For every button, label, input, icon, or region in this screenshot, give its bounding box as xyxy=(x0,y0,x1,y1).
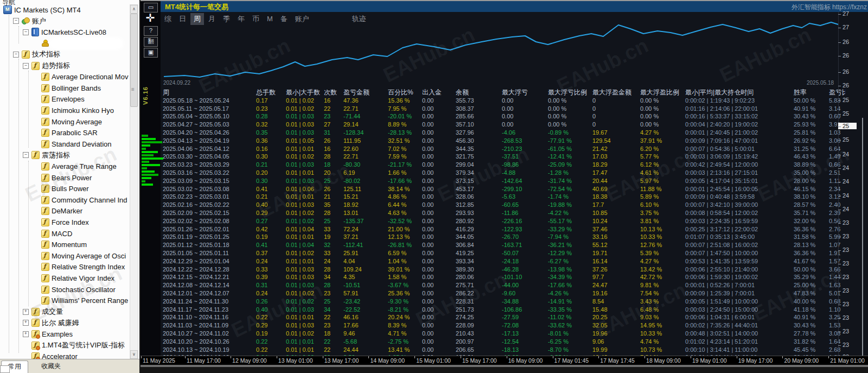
table-row[interactable]: 2024.12.01 ~ 2024.12.070.240.01 | 0.0223… xyxy=(163,289,863,298)
table-row[interactable]: 2024.10.20 ~ 2024.10.260.220.01 | 0.0122… xyxy=(163,338,863,346)
tree-item-ic-markets-sc-mt4[interactable]: IC Markets (SC) MT4 xyxy=(3,4,81,15)
table-row[interactable]: 2025.02.23 ~ 2025.03.010.210.01 | 0.0121… xyxy=(163,193,863,201)
expander-icon[interactable]: + xyxy=(23,331,29,337)
table-row[interactable]: 2025.05.11 ~ 2025.05.170.230.01 | 0.0222… xyxy=(163,105,863,113)
move-icon[interactable]: ✛ xyxy=(144,13,157,22)
table-row[interactable]: 2025.05.04 ~ 2025.05.100.280.01 | 0.0323… xyxy=(163,112,863,121)
table-row[interactable]: 2025.01.05 ~ 2025.01.110.370.01 | 0.0233… xyxy=(163,249,863,257)
tree-item-技术指标[interactable]: −技术指标 xyxy=(13,49,60,60)
tree-item-account-blurred[interactable] xyxy=(33,38,121,49)
table-cell: 4.71 % xyxy=(388,330,422,338)
tree-item-moving-average-of-osci[interactable]: Moving Average of Osci xyxy=(33,250,126,261)
table-cell: 2024.11.24 ~ 2024.11.30 xyxy=(163,298,256,306)
table-row[interactable]: 2024.12.08 ~ 2024.12.140.310.01 | 0.0328… xyxy=(163,281,863,289)
table-row[interactable]: 2025.04.20 ~ 2025.04.260.350.01 | 0.0331… xyxy=(163,129,863,137)
scroll-down-icon[interactable]: ∨ xyxy=(130,350,138,359)
tree-item-commodity-channel-ind[interactable]: Commodity Channel Ind xyxy=(33,194,127,205)
tree-item-趋势指标[interactable]: −趋势指标 xyxy=(23,60,70,71)
table-row[interactable]: 2024.12.15 ~ 2024.12.210.390.01 | 0.0334… xyxy=(163,273,863,281)
menu-item-账户[interactable]: 账户 xyxy=(292,13,312,25)
table-row[interactable]: 2025.02.16 ~ 2025.02.220.400.01 | 0.0335… xyxy=(163,201,863,209)
menu-item-年[interactable]: 年 xyxy=(234,13,248,25)
tree-item-momentum[interactable]: Momentum xyxy=(33,239,87,250)
window-icon[interactable]: ▭ xyxy=(144,3,158,12)
expander-icon[interactable]: + xyxy=(23,320,29,326)
tree-item-比尔-威廉姆[interactable]: +比尔 威廉姆 xyxy=(23,318,79,328)
table-row[interactable]: 2024.10.13 ~ 2024.10.190.220.01 | 0.0122… xyxy=(163,346,863,354)
table-row[interactable]: 2024.10.27 ~ 2024.11.020.190.01 | 0.0218… xyxy=(163,330,863,338)
price-axis[interactable]: 2727262626262525252524242424242323232323… xyxy=(838,1,868,373)
tree-item-成交量[interactable]: +成交量 xyxy=(23,306,63,317)
tree-item-relative-vigor-index[interactable]: Relative Vigor Index xyxy=(33,273,114,283)
tree-item-bulls-power[interactable]: Bulls Power xyxy=(33,184,89,194)
tree-item-icmarketssc-live08[interactable]: −ICMarketsSC-Live08 xyxy=(23,27,106,37)
tree-item-standard-deviation[interactable]: Standard Deviation xyxy=(33,138,112,149)
tree-item-label: Moving Average xyxy=(52,118,102,126)
tree-item-williams-percent-range[interactable]: Williams' Percent Range xyxy=(33,295,128,306)
table-row[interactable]: 2025.01.26 ~ 2025.02.010.420.01 | 0.0433… xyxy=(163,225,863,233)
tree-item-macd[interactable]: MACD xyxy=(33,228,72,239)
menu-item-备[interactable]: 备 xyxy=(277,13,291,25)
expander-icon[interactable]: − xyxy=(23,152,29,158)
navigator-scrollbar[interactable]: ∧ ≡ ∨ xyxy=(130,4,138,359)
menu-item-M[interactable]: M xyxy=(264,14,276,24)
chart-scrollbar[interactable] xyxy=(862,118,863,361)
menu-item-季[interactable]: 季 xyxy=(220,13,233,25)
table-row[interactable]: 2024.11.17 ~ 2024.11.230.400.01 | 0.0334… xyxy=(163,306,863,314)
tree-item-stochastic-oscillator[interactable]: Stochastic Oscillator xyxy=(33,284,116,295)
table-row[interactable]: 2025.04.13 ~ 2025.04.190.360.01 | 0.0526… xyxy=(163,137,863,145)
tree-item-demarker[interactable]: DeMarker xyxy=(33,206,82,217)
copy-icon[interactable]: ▣ xyxy=(144,48,158,58)
table-row[interactable]: 2024.12.22 ~ 2024.12.280.330.01 | 0.0328… xyxy=(163,265,863,274)
tree-item-force-index[interactable]: Force Index xyxy=(33,217,89,227)
table-row[interactable]: 2025.02.02 ~ 2025.02.080.270.01 | 0.0225… xyxy=(163,217,863,225)
table-row[interactable]: 2024.11.03 ~ 2024.11.090.290.01 | 0.0323… xyxy=(163,321,863,330)
expander-icon[interactable]: + xyxy=(23,309,29,315)
table-row[interactable]: 2024.12.29 ~ 2025.01.040.240.01 | 0.0124… xyxy=(163,257,863,265)
table-row[interactable]: 2025.04.27 ~ 2025.05.030.320.01 | 0.0327… xyxy=(163,121,863,129)
tree-item-average-directional-mov[interactable]: Average Directional Mov xyxy=(33,72,128,83)
table-row[interactable]: 2025.01.19 ~ 2025.01.250.190.01 | 0.0119… xyxy=(163,233,863,241)
table-row[interactable]: 2024.11.24 ~ 2024.11.300.260.01 | 0.0225… xyxy=(163,298,863,306)
tree-item-ichimoku-kinko-hyo[interactable]: Ichimoku Kinko Hyo xyxy=(33,105,114,116)
translate-icon[interactable]: 翻 xyxy=(144,37,158,47)
table-cell: 2025.03.23 ~ 2025.03.29 xyxy=(163,161,256,169)
tree-item-envelopes[interactable]: Envelopes xyxy=(33,94,85,105)
tree-item-1-mt4盈亏统计vip版-指标[interactable]: 1.MT4盈亏统计VIP版-指标 xyxy=(23,340,125,351)
tree-item-parabolic-sar[interactable]: Parabolic SAR xyxy=(33,128,98,138)
scroll-up-icon[interactable]: ∧ xyxy=(130,5,138,14)
expander-icon[interactable]: − xyxy=(13,52,19,58)
tree-item-examples[interactable]: +Examples xyxy=(23,328,73,339)
tree-item-relative-strength-index[interactable]: Relative Strength Index xyxy=(33,262,125,273)
tree-item-bollinger-bands[interactable]: Bollinger Bands xyxy=(33,83,101,93)
tab-favorites[interactable]: 收藏夹 xyxy=(35,361,67,372)
table-row[interactable]: 2025.03.16 ~ 2025.03.220.200.01 | 0.0120… xyxy=(163,169,863,177)
table-row[interactable]: 2025.03.23 ~ 2025.03.290.210.01 | 0.0318… xyxy=(163,161,863,169)
tree-item-moving-average[interactable]: Moving Average xyxy=(33,116,102,127)
menu-item-币[interactable]: 币 xyxy=(249,13,263,25)
time-axis[interactable]: 11 May 202511 May 17:0012 May 09:0013 Ma… xyxy=(141,356,868,365)
tree-item-bears-power[interactable]: Bears Power xyxy=(33,172,92,183)
table-row[interactable]: 2025.01.12 ~ 2025.01.180.410.01 | 0.0432… xyxy=(163,241,863,249)
table-row[interactable]: 2025.05.18 ~ 2025.05.240.170.01 | 0.0216… xyxy=(163,97,863,105)
table-row[interactable]: 2025.03.30 ~ 2025.04.050.300.01 | 0.0228… xyxy=(163,153,863,161)
tree-item-average-true-range[interactable]: Average True Range xyxy=(33,161,117,172)
tree-item-震荡指标[interactable]: −震荡指标 xyxy=(23,150,70,161)
table-cell: 2024.12.22 ~ 2024.12.28 xyxy=(163,265,256,274)
menu-item-轨迹[interactable]: 轨迹 xyxy=(349,13,369,25)
expander-icon[interactable]: − xyxy=(23,63,29,69)
menu-item-日[interactable]: 日 xyxy=(176,13,189,25)
table-row[interactable]: 2025.03.09 ~ 2025.03.150.300.01 | 0.0325… xyxy=(163,177,863,185)
menu-item-周[interactable]: 周 xyxy=(190,13,204,25)
tree-item-账户[interactable]: −账户 xyxy=(13,16,46,27)
table-row[interactable]: 2025.03.02 ~ 2025.03.080.410.01 | 0.0626… xyxy=(163,185,863,193)
table-row[interactable]: 2024.11.10 ~ 2024.11.160.220.01 | 0.0122… xyxy=(163,313,863,321)
table-row[interactable]: 2025.02.09 ~ 2025.02.150.290.01 | 0.0228… xyxy=(163,209,863,217)
table-row[interactable]: 2025.04.06 ~ 2025.04.120.160.01 | 0.0116… xyxy=(163,145,863,153)
scrollbar-thumb[interactable] xyxy=(130,14,138,107)
help-icon[interactable]: ? xyxy=(144,26,158,36)
menu-item-月[interactable]: 月 xyxy=(205,13,219,25)
menu-item-综[interactable]: 综 xyxy=(161,13,175,25)
expander-icon[interactable]: − xyxy=(13,18,19,24)
expander-icon[interactable]: − xyxy=(23,29,29,35)
